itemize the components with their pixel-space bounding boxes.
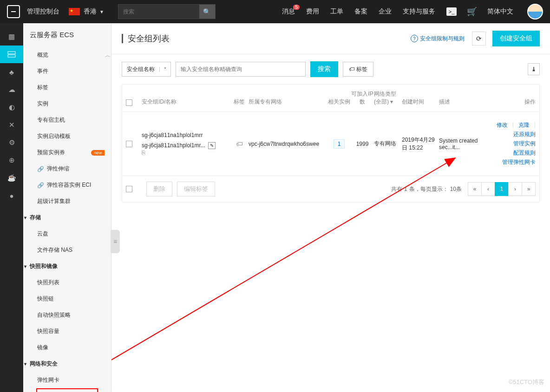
export-button[interactable]: ⤓	[528, 63, 540, 75]
messages-badge: 5	[293, 5, 300, 10]
sidebar-title: 云服务器 ECS	[23, 23, 111, 47]
sidebar-item-15[interactable]: 快照链	[23, 291, 111, 307]
rail-item-10[interactable]: ●	[0, 187, 23, 204]
search-button[interactable]: 🔍	[199, 5, 215, 19]
sidebar-item-9[interactable]: 超级计算集群	[23, 193, 111, 209]
action-restore[interactable]: 还原规则	[513, 131, 536, 138]
rail-item-3[interactable]: ♣	[0, 63, 23, 81]
user-avatar[interactable]	[527, 4, 543, 20]
refresh-button[interactable]: ⟳	[472, 32, 486, 46]
nav-cost[interactable]: 费用	[306, 7, 319, 16]
sidebar-item-12[interactable]: 文件存储 NAS	[23, 242, 111, 258]
rail-ecs[interactable]	[0, 46, 23, 63]
vpc-link[interactable]: vpc-j6cw7ltrwdrqwkho6swee	[249, 141, 327, 147]
create-sg-button[interactable]: 创建安全组	[492, 31, 540, 46]
sg-name-input[interactable]	[176, 62, 306, 77]
col-id: 安全组ID/名称	[142, 98, 230, 106]
sidebar-item-21[interactable]: 安全组	[36, 388, 98, 392]
sidebar-item-7[interactable]: 🔗弹性伸缩	[23, 161, 111, 177]
global-search: 🔍	[118, 4, 216, 19]
ip-count: 1999	[351, 141, 374, 147]
sidebar-item-11[interactable]: 云盘	[23, 226, 111, 242]
action-manage[interactable]: 管理实例	[513, 140, 536, 148]
nav-ticket[interactable]: 工单	[330, 7, 343, 16]
rail-item-6[interactable]: ✕	[0, 116, 23, 134]
copy-icon[interactable]: ⎘	[142, 149, 145, 156]
sidebar-item-17[interactable]: 快照容量	[23, 323, 111, 340]
create-time: 2019年4月29日 15:22	[402, 136, 439, 152]
footer-checkbox[interactable]	[126, 186, 132, 192]
tag-icon[interactable]: 🏷	[236, 140, 243, 148]
select-all-checkbox[interactable]	[126, 99, 132, 106]
sg-id: sg-j6cja811na1hplol1mr...	[142, 142, 205, 149]
col-net[interactable]: 网络类型(全部) ▾	[374, 90, 402, 106]
sidebar-item-0[interactable]: 概览	[23, 47, 111, 63]
sidebar-item-3[interactable]: 实例	[23, 96, 111, 112]
sidebar-item-8[interactable]: 🔗弹性容器实例 ECI	[23, 177, 111, 193]
sidebar-item-13[interactable]: ▾快照和镜像	[23, 258, 111, 274]
pager-last[interactable]: »	[522, 182, 536, 196]
nav-enterprise[interactable]: 企业	[379, 7, 392, 16]
table-row: sg-j6cja811na1hplol1mrr sg-j6cja811na1hp…	[122, 112, 539, 176]
rail-item-5[interactable]: ◐	[0, 98, 23, 116]
nav-language[interactable]: 简体中文	[487, 7, 513, 16]
filter-row: 安全组名称 ˅ 搜索 🏷标签 ⤓	[111, 54, 550, 84]
product-sidebar: 云服务器 ECS ︿ 概览事件标签实例专有宿主机实例启动模板预留实例券new🔗弹…	[23, 23, 111, 392]
tag-filter[interactable]: 🏷标签	[343, 62, 373, 77]
rail-all-products[interactable]: ▦	[0, 28, 23, 46]
edit-tag-button[interactable]: 编辑标签	[177, 182, 215, 196]
col-tag: 标签	[230, 98, 249, 106]
sidebar-item-4[interactable]: 专有宿主机	[23, 112, 111, 128]
action-eni[interactable]: 管理弹性网卡	[502, 158, 536, 166]
sidebar-item-2[interactable]: 标签	[23, 79, 111, 96]
per-page[interactable]: 10条	[450, 185, 462, 193]
help-link[interactable]: 安全组限制与规则	[411, 35, 465, 43]
sidebar-item-19[interactable]: ▾网络和安全	[23, 356, 111, 372]
rail-item-9[interactable]: ☕	[0, 169, 23, 187]
pager-first[interactable]: «	[468, 182, 482, 196]
rail-item-4[interactable]: ☁	[0, 81, 23, 98]
action-config[interactable]: 配置规则	[513, 149, 536, 157]
sidebar-item-5[interactable]: 实例启动模板	[23, 128, 111, 144]
cloudshell-button[interactable]: >_	[446, 7, 457, 16]
sidebar-item-20[interactable]: 弹性网卡	[23, 372, 111, 388]
action-clone[interactable]: 克隆	[518, 121, 530, 129]
pager-next[interactable]: ›	[508, 182, 522, 196]
svg-rect-0	[8, 52, 15, 54]
sidebar-item-10[interactable]: ▾存储	[23, 209, 111, 226]
flag-icon	[69, 8, 80, 15]
sg-name[interactable]: sg-j6cja811na1hplol1mrr	[142, 132, 230, 138]
col-ip: 可加入IP数	[351, 90, 374, 106]
sidebar-item-6[interactable]: 预留实例券new	[23, 144, 111, 161]
col-time: 创建时间	[402, 98, 439, 106]
nav-messages[interactable]: 消息 5	[282, 7, 295, 16]
search-input[interactable]	[118, 5, 199, 19]
brand-logo[interactable]	[7, 5, 20, 18]
instance-count[interactable]: 1	[334, 139, 345, 149]
cart-icon[interactable]: 🛒	[467, 7, 477, 17]
rail-item-7[interactable]: ⚙	[0, 134, 23, 151]
nav-support[interactable]: 支持与服务	[403, 7, 435, 16]
topbar: 管理控制台 香港 ▼ 🔍 消息 5 费用 工单 备案 企业 支持与服务 >_ 🛒…	[0, 0, 550, 23]
action-modify[interactable]: 修改	[497, 121, 508, 129]
nav-icp[interactable]: 备案	[354, 7, 367, 16]
col-vpc: 所属专有网络	[249, 98, 327, 106]
filter-type-select[interactable]: 安全组名称 ˅	[122, 62, 171, 77]
delete-button[interactable]: 删除	[146, 182, 172, 196]
sidebar-item-14[interactable]: 快照列表	[23, 274, 111, 291]
search-button[interactable]: 搜索	[310, 61, 338, 77]
sidebar-item-16[interactable]: 自动快照策略	[23, 307, 111, 323]
row-checkbox[interactable]	[126, 141, 132, 147]
title-accent	[122, 34, 123, 43]
action-links: 修改| 克隆| 还原规则 管理实例 配置规则 管理弹性网卡	[481, 121, 536, 166]
pager-prev[interactable]: ‹	[481, 182, 495, 196]
pager-page-1[interactable]: 1	[495, 182, 509, 196]
sidebar-item-1[interactable]: 事件	[23, 63, 111, 79]
chevron-down-icon: ˅	[159, 67, 170, 72]
region-selector[interactable]: 香港 ▼	[69, 7, 104, 16]
server-icon	[7, 51, 16, 58]
sidebar-item-18[interactable]: 镜像	[23, 340, 111, 356]
edit-icon[interactable]: ✎	[208, 142, 216, 149]
rail-item-8[interactable]: ⊕	[0, 151, 23, 169]
sidebar-collapse[interactable]: ≡	[111, 230, 120, 253]
